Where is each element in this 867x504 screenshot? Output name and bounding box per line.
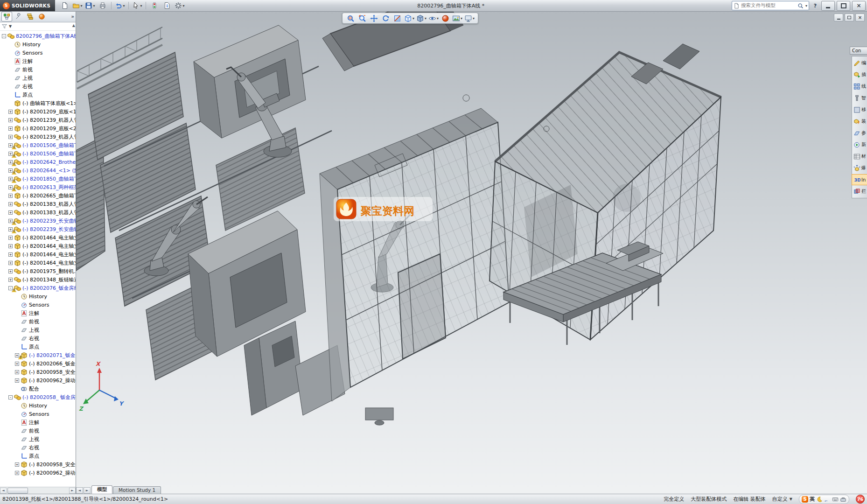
- tree-item[interactable]: -(-) 82002058_ 钣金房: [0, 393, 76, 401]
- expand-toggle-icon[interactable]: +: [8, 126, 13, 131]
- tree-item[interactable]: Sensors: [0, 301, 76, 309]
- tree-item[interactable]: +(-) 82001464_电主轴支架: [0, 242, 76, 250]
- tab-scroll-right-icon[interactable]: ►: [84, 487, 91, 494]
- tree-item[interactable]: A注解: [0, 418, 76, 427]
- doc-restore-button[interactable]: [845, 14, 854, 21]
- tree-item[interactable]: +!(-) 82002644_<1> (默: [0, 166, 76, 175]
- insert-component-button[interactable]: 插: [852, 70, 867, 80]
- tree-horizontal-scrollbar[interactable]: ◄ ►: [0, 487, 76, 494]
- maximize-button[interactable]: [837, 1, 850, 11]
- options-button[interactable]: ▾: [174, 0, 186, 11]
- edit-component-button[interactable]: 编: [852, 58, 867, 68]
- tree-item[interactable]: +(-) 82001209_底板<2> (默: [0, 124, 76, 133]
- scrollbar-thumb[interactable]: [7, 488, 28, 494]
- ime-punctuation-icon[interactable]: ,.: [824, 496, 831, 503]
- expand-toggle-icon[interactable]: +: [15, 471, 19, 475]
- collapse-toggle-icon[interactable]: -: [8, 395, 13, 399]
- assembly-features-button[interactable]: 装: [852, 116, 867, 126]
- expand-toggle-icon[interactable]: +: [8, 118, 13, 122]
- bill-of-materials-button[interactable]: 材: [852, 151, 867, 161]
- notification-badge[interactable]: 76: [856, 495, 865, 504]
- expand-toggle-icon[interactable]: +: [8, 135, 13, 139]
- tree-item[interactable]: A注解: [0, 57, 76, 65]
- expand-toggle-icon[interactable]: +: [8, 210, 13, 215]
- tree-item[interactable]: 右视: [0, 443, 76, 452]
- central-enclosure[interactable]: [320, 108, 509, 401]
- tree-item[interactable]: A注解: [0, 309, 76, 317]
- ime-moon-icon[interactable]: [816, 496, 823, 503]
- expand-toggle-icon[interactable]: +: [8, 278, 13, 282]
- expand-toggle-icon[interactable]: +: [8, 202, 13, 206]
- tree-item[interactable]: +(-) 82000958_安全开: [0, 368, 76, 376]
- expand-toggle-icon[interactable]: +: [8, 252, 13, 257]
- tree-item[interactable]: History: [0, 401, 76, 410]
- tree-item[interactable]: 右视: [0, 82, 76, 91]
- tree-item[interactable]: 上视: [0, 326, 76, 334]
- zoom-area-button[interactable]: [357, 14, 368, 23]
- tree-item[interactable]: 配合: [0, 385, 76, 393]
- ime-toolbox-icon[interactable]: [840, 496, 846, 503]
- open-folder-button[interactable]: ▾: [71, 0, 84, 11]
- scroll-right-icon[interactable]: ►: [69, 488, 76, 494]
- scroll-left-icon[interactable]: ◄: [0, 488, 7, 494]
- new-document-button[interactable]: [59, 0, 71, 11]
- graphics-viewport[interactable]: 聚宝资料网 X Z Y ▾▾▾▾▾ × Con 编插线智移装参新材爆3DIn拦: [76, 11, 867, 494]
- tree-item[interactable]: +(-) 82001464_电主轴支架: [0, 259, 76, 267]
- help-button[interactable]: ?: [811, 1, 819, 10]
- tab-model[interactable]: 模型: [91, 485, 112, 494]
- view-orientation-button[interactable]: ▾: [404, 14, 415, 23]
- undo-button[interactable]: ▾: [114, 0, 126, 11]
- tree-item[interactable]: History: [0, 40, 76, 49]
- tree-item[interactable]: -!(-) 82002076_钣金房组: [0, 284, 76, 292]
- expand-toggle-icon[interactable]: +: [15, 462, 19, 467]
- expand-toggle-icon[interactable]: +: [8, 244, 13, 248]
- tree-item[interactable]: Sensors: [0, 410, 76, 418]
- expand-toggle-icon[interactable]: +: [8, 236, 13, 240]
- search-input[interactable]: 搜索文件与模型: [741, 2, 796, 9]
- tree-item[interactable]: 前视: [0, 65, 76, 74]
- expand-toggle-icon[interactable]: +: [15, 370, 19, 374]
- close-button[interactable]: ×: [852, 1, 866, 11]
- select-cursor-button[interactable]: ▾: [131, 0, 143, 11]
- collapse-toggle-icon[interactable]: -: [2, 34, 6, 38]
- tree-item[interactable]: 右视: [0, 334, 76, 343]
- tab-motion-study[interactable]: Motion Study 1: [113, 486, 161, 494]
- customize-menu[interactable]: 自定义 ▼: [772, 496, 792, 503]
- tree-item[interactable]: +!(-) 82001506_曲轴箱下: [0, 149, 76, 158]
- ime-language-toggle[interactable]: 英: [810, 496, 815, 503]
- assembly-3d-view[interactable]: 聚宝资料网 X Z Y: [76, 11, 867, 494]
- search-box[interactable]: 搜索文件与模型 ▾: [732, 1, 809, 10]
- search-magnifier-icon[interactable]: [797, 3, 804, 9]
- tab-scroll-left-icon[interactable]: ◄: [76, 487, 83, 494]
- filter-funnel-icon[interactable]: [1, 23, 7, 29]
- tree-item[interactable]: +(-) 82001239_机器人管线: [0, 116, 76, 124]
- tree-item[interactable]: +(-) 82001383_机器人管线: [0, 200, 76, 208]
- save-button[interactable]: ▾: [84, 0, 96, 11]
- tree-item[interactable]: +!(-) 82002239_长安曲轴: [0, 225, 76, 233]
- minimize-button[interactable]: [821, 1, 835, 11]
- tree-item[interactable]: +(-) 82001464_电主轴支架: [0, 250, 76, 259]
- rebuild-button[interactable]: [148, 0, 161, 11]
- tree-item[interactable]: 前视: [0, 317, 76, 326]
- smart-fasteners-button[interactable]: 智: [852, 93, 867, 103]
- doc-minimize-button[interactable]: [834, 14, 843, 21]
- expand-toggle-icon[interactable]: +: [15, 362, 19, 366]
- tree-item[interactable]: +(-) 82001348_板链输送机: [0, 275, 76, 284]
- filter-caret-icon[interactable]: ▼: [9, 24, 12, 28]
- view-settings-button[interactable]: ▾: [464, 14, 475, 23]
- context-toolbar-header[interactable]: Con: [850, 47, 867, 55]
- tree-item[interactable]: +(-) 82000962_操动件: [0, 469, 76, 477]
- edit-appearance-button[interactable]: [440, 14, 451, 23]
- tree-item[interactable]: 上视: [0, 74, 76, 82]
- expand-toggle-icon[interactable]: +: [8, 261, 13, 265]
- move-component-button[interactable]: 移: [852, 105, 867, 115]
- tree-item[interactable]: Sensors: [0, 49, 76, 57]
- tree-item[interactable]: +(-) 82001209_底板<1> (默: [0, 107, 76, 116]
- tree-item[interactable]: +(-) 82002665_曲轴箱下体: [0, 191, 76, 200]
- reference-geometry-button[interactable]: 参: [852, 128, 867, 138]
- rotate-button[interactable]: [380, 14, 391, 23]
- expand-toggle-icon[interactable]: +: [8, 194, 13, 198]
- tree-item[interactable]: +(-) 82000958_安全开: [0, 460, 76, 469]
- hide-show-button[interactable]: ▾: [428, 14, 439, 23]
- search-caret-icon[interactable]: ▾: [805, 4, 807, 8]
